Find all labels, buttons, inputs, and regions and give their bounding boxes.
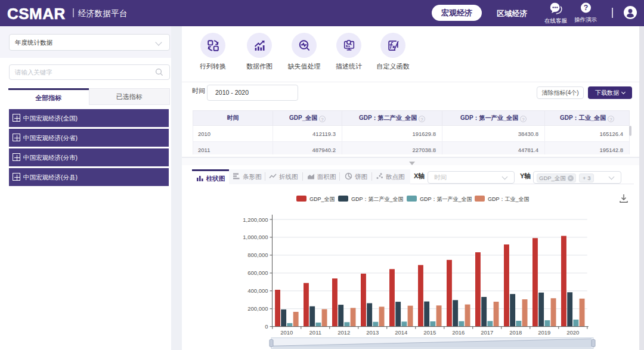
svg-text:2018: 2018 [509,329,522,336]
svg-text:2012: 2012 [338,329,350,336]
svg-text:600,000: 600,000 [247,270,268,276]
svg-text:1,000,000: 1,000,000 [243,234,268,240]
svg-text:2014: 2014 [395,329,407,336]
svg-text:400,000: 400,000 [247,287,268,294]
svg-text:2019: 2019 [538,329,550,336]
svg-text:1,200,000: 1,200,000 [243,216,268,223]
svg-text:2020: 2020 [566,329,579,336]
svg-text:2013: 2013 [366,329,379,336]
svg-text:?: ? [583,4,588,12]
svg-text:2011: 2011 [309,329,321,336]
svg-text:200,000: 200,000 [247,305,268,312]
svg-text:2016: 2016 [452,329,465,336]
svg-text:0: 0 [265,323,268,330]
svg-text:2010: 2010 [280,329,293,336]
svg-text:2017: 2017 [481,329,493,336]
svg-text:2015: 2015 [423,329,436,336]
svg-text:800,000: 800,000 [247,252,268,258]
